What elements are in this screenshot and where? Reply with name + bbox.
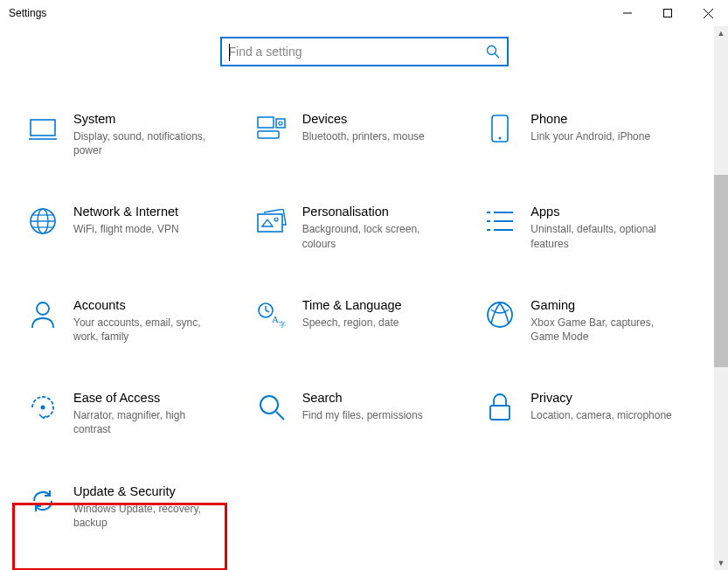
personalisation-icon — [257, 206, 287, 236]
svg-line-36 — [276, 412, 284, 420]
svg-rect-9 — [258, 131, 279, 138]
scroll-down-arrow[interactable]: ▼ — [714, 556, 728, 570]
tile-ease[interactable]: Ease of Access Narrator, magnifier, high… — [21, 387, 250, 440]
svg-point-20 — [274, 218, 278, 221]
close-icon — [704, 9, 713, 18]
tile-desc: Background, lock screen, colours — [302, 222, 454, 250]
search-box[interactable] — [220, 37, 509, 66]
tile-desc: Link your Android, iPhone — [530, 129, 683, 143]
tile-accounts[interactable]: Accounts Your accounts, email, sync, wor… — [21, 295, 250, 347]
tile-desc: Speech, region, date — [302, 316, 454, 330]
tile-title: Search — [302, 391, 454, 405]
minimize-icon — [623, 9, 632, 17]
content-area: System Display, sound, notifications, po… — [0, 26, 728, 570]
maximize-button[interactable] — [648, 0, 688, 26]
accounts-icon — [28, 300, 58, 330]
svg-point-4 — [487, 46, 496, 55]
tile-title: Personalisation — [302, 205, 454, 219]
tile-title: Time & Language — [302, 298, 454, 312]
tile-title: Ease of Access — [73, 391, 225, 405]
tile-desc: Windows Update, recovery, backup — [73, 502, 225, 530]
tile-gaming[interactable]: Gaming Xbox Game Bar, captures, Game Mod… — [478, 295, 707, 347]
svg-rect-1 — [664, 10, 672, 17]
tile-desc: Location, camera, microphone — [530, 408, 683, 422]
update-icon — [28, 486, 58, 516]
vertical-scrollbar[interactable]: ▲ ▼ — [714, 26, 728, 570]
tile-title: Devices — [302, 112, 454, 126]
svg-line-5 — [495, 53, 499, 58]
tile-devices[interactable]: Devices Bluetooth, printers, mouse — [250, 108, 479, 161]
tile-network[interactable]: Network & Internet WiFi, flight mode, VP… — [21, 201, 250, 254]
svg-rect-8 — [258, 117, 274, 128]
tile-title: Network & Internet — [73, 205, 225, 219]
gaming-icon — [485, 300, 515, 330]
svg-point-11 — [279, 122, 282, 125]
apps-icon — [485, 206, 515, 236]
svg-rect-37 — [490, 406, 510, 420]
time-icon: A字 — [257, 300, 287, 330]
search-container — [0, 37, 728, 66]
tile-title: Phone — [530, 112, 683, 126]
tile-desc: Xbox Game Bar, captures, Game Mode — [530, 316, 683, 344]
search-icon — [486, 45, 500, 59]
phone-icon — [485, 114, 515, 143]
tile-desc: Uninstall, defaults, optional features — [530, 222, 683, 250]
settings-grid: System Display, sound, notifications, po… — [0, 108, 728, 533]
tile-search[interactable]: Search Find my files, permissions — [250, 387, 479, 440]
tile-desc: Bluetooth, printers, mouse — [302, 129, 454, 143]
svg-rect-6 — [31, 120, 55, 136]
svg-point-34 — [41, 406, 45, 410]
window-controls — [607, 0, 728, 26]
devices-icon — [257, 114, 287, 143]
search-category-icon — [257, 393, 287, 422]
tile-desc: Display, sound, notifications, power — [73, 129, 225, 157]
tile-personalisation[interactable]: Personalisation Background, lock screen,… — [250, 201, 479, 254]
svg-text:A: A — [272, 314, 279, 324]
tile-desc: Find my files, permissions — [302, 408, 454, 422]
tile-title: Update & Security — [73, 484, 225, 498]
tile-time[interactable]: A字 Time & Language Speech, region, date — [250, 295, 479, 347]
tile-update[interactable]: Update & Security Windows Update, recove… — [21, 481, 250, 533]
tile-title: Apps — [530, 205, 683, 219]
tile-phone[interactable]: Phone Link your Android, iPhone — [478, 108, 707, 161]
tile-system[interactable]: System Display, sound, notifications, po… — [21, 108, 250, 161]
search-input[interactable] — [229, 45, 486, 59]
svg-text:字: 字 — [279, 321, 286, 328]
system-icon — [28, 114, 58, 143]
tile-title: Gaming — [530, 298, 683, 312]
ease-icon — [28, 393, 58, 422]
text-cursor — [229, 44, 230, 61]
maximize-icon — [663, 9, 672, 17]
svg-point-27 — [37, 302, 49, 315]
tile-title: Privacy — [530, 391, 683, 405]
privacy-icon — [485, 393, 515, 422]
minimize-button[interactable] — [607, 0, 648, 26]
svg-point-13 — [499, 137, 502, 140]
network-icon — [28, 206, 58, 236]
scroll-up-arrow[interactable]: ▲ — [714, 26, 728, 40]
tile-title: System — [73, 112, 225, 126]
tile-desc: Your accounts, email, sync, work, family — [73, 316, 225, 344]
tile-title: Accounts — [73, 298, 225, 312]
tile-privacy[interactable]: Privacy Location, camera, microphone — [478, 387, 707, 440]
tile-desc: WiFi, flight mode, VPN — [73, 222, 225, 236]
svg-point-35 — [260, 396, 278, 414]
svg-rect-10 — [276, 119, 285, 128]
tile-desc: Narrator, magnifier, high contrast — [73, 408, 225, 436]
close-button[interactable] — [688, 0, 728, 26]
tile-apps[interactable]: Apps Uninstall, defaults, optional featu… — [478, 201, 707, 254]
scroll-thumb[interactable] — [714, 175, 728, 367]
svg-line-30 — [266, 310, 269, 312]
window-title: Settings — [9, 7, 46, 19]
